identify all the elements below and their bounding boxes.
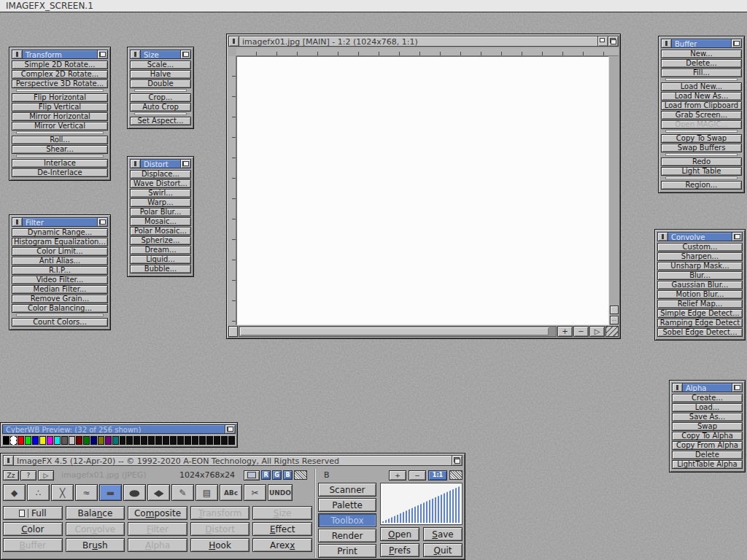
button-load[interactable]: Load...	[672, 403, 743, 412]
depth-icon[interactable]	[180, 160, 190, 168]
button-sharpen[interactable]: Sharpen...	[657, 252, 743, 261]
button-gaussian-blur[interactable]: Gaussian Blur...	[657, 281, 743, 289]
airbrush-tool[interactable]: ∴	[27, 484, 50, 501]
depth-icon[interactable]	[97, 218, 107, 226]
red-channel-button[interactable]: R	[261, 470, 271, 480]
convolve-panel[interactable]: Convolve Custom...Sharpen...Unsharp Mask…	[654, 229, 746, 341]
button-swirl[interactable]: Swirl...	[130, 189, 191, 198]
horizontal-scrollbar[interactable]	[239, 326, 557, 337]
color-swatch[interactable]	[214, 436, 220, 445]
mode-button-print[interactable]: Print	[318, 544, 376, 558]
close-icon[interactable]	[131, 160, 141, 168]
color-swatch[interactable]	[98, 436, 104, 445]
button-dynamic-range[interactable]: Dynamic Range...	[12, 228, 108, 237]
alpha-panel[interactable]: Alpha Create...Load...Save As...SwapCopy…	[669, 380, 746, 472]
scissors-tool[interactable]: ✂	[244, 484, 266, 501]
filter-panel[interactable]: Filter Dynamic Range...Histogram Equaliz…	[9, 214, 111, 330]
filter-titlebar[interactable]: Filter	[12, 217, 108, 227]
button-save-as[interactable]: Save As...	[672, 413, 743, 421]
color-swatch[interactable]	[206, 436, 213, 445]
zoom-out-button[interactable]: −	[573, 326, 589, 337]
grid-button-color[interactable]: Color	[3, 522, 63, 536]
color-swatch[interactable]	[148, 436, 155, 445]
box-tool[interactable]: ▬	[99, 484, 122, 501]
depth-icon[interactable]	[731, 39, 741, 47]
curve-tool[interactable]: ≈	[75, 484, 98, 501]
mode-button-palette[interactable]: Palette	[318, 498, 376, 512]
grid-button-composite[interactable]: Composite	[128, 506, 187, 520]
button-shear[interactable]: Shear...	[12, 145, 108, 154]
zoom-in-button[interactable]: +	[557, 326, 573, 337]
button-swap-buffers[interactable]: Swap Buffers	[661, 144, 742, 152]
options-dots-icon[interactable]: …	[610, 316, 619, 324]
close-icon[interactable]	[229, 36, 239, 46]
pattern-swatch[interactable]	[449, 470, 462, 480]
button-liquid[interactable]: Liquid...	[130, 255, 191, 264]
polygon-tool[interactable]: ◆	[147, 484, 170, 501]
button-sobel-edge-detect[interactable]: Sobel Edge Detect...	[657, 328, 743, 337]
pattern-swatch[interactable]	[294, 470, 307, 480]
grid-button-full[interactable]: Full	[3, 506, 63, 520]
color-swatch[interactable]	[61, 436, 68, 445]
color-swatch[interactable]	[126, 436, 133, 445]
color-swatch[interactable]	[83, 436, 90, 445]
size-panel[interactable]: Size Scale...HalveDoubleCrop...Auto Crop…	[127, 47, 194, 129]
button-load-from-clipboard[interactable]: Load from Clipboard	[661, 101, 742, 110]
close-icon[interactable]	[4, 456, 14, 465]
color-swatch[interactable]	[90, 436, 97, 445]
button-lighttable-alpha[interactable]: LightTable Alpha	[672, 460, 743, 469]
button-relief-map[interactable]: Relief Map...	[657, 300, 743, 308]
button-copy-to-swap[interactable]: Copy To Swap	[661, 134, 742, 143]
action-button-prefs[interactable]: Prefs	[380, 543, 419, 557]
buffer-titlebar[interactable]: Buffer	[661, 39, 742, 48]
color-swatch[interactable]	[10, 436, 17, 445]
button-delete[interactable]: Delete	[672, 451, 743, 459]
palette-titlebar[interactable]: CyberWB Preview: (32 of 256 shown)	[2, 424, 236, 434]
color-swatch[interactable]	[177, 436, 184, 445]
button-bubble[interactable]: Bubble...	[130, 265, 191, 273]
image-window-titlebar[interactable]: imagefx01.jpg [MAIN] - 1:2 (1024x768, 1:…	[228, 36, 619, 47]
button-warp[interactable]: Warp...	[130, 198, 191, 207]
depth-icon[interactable]	[608, 36, 618, 46]
depth-icon[interactable]	[732, 384, 742, 392]
zoom-ratio-button[interactable]: 1:1	[428, 470, 447, 481]
button-create[interactable]: Create...	[672, 394, 743, 402]
color-swatch[interactable]	[163, 436, 169, 445]
color-swatch[interactable]	[3, 436, 9, 445]
button-color-balancing[interactable]: Color Balancing...	[12, 304, 108, 313]
ellipse-tool[interactable]: ●	[123, 484, 146, 501]
button-auto-crop[interactable]: Auto Crop	[130, 103, 191, 112]
zoom-gadget-icon[interactable]	[597, 36, 608, 46]
color-swatch[interactable]	[25, 436, 31, 445]
transform-titlebar[interactable]: Transform	[12, 50, 108, 59]
button-flip-horizontal[interactable]: Flip Horizontal	[12, 93, 108, 102]
color-swatch[interactable]	[32, 436, 39, 445]
button-mirror-horizontal[interactable]: Mirror Horizontal	[12, 112, 108, 121]
button-set-aspect[interactable]: Set Aspect...	[130, 117, 191, 125]
color-swatch[interactable]	[105, 436, 112, 445]
button-crop[interactable]: Crop...	[130, 93, 191, 102]
button-mirror-vertical[interactable]: Mirror Vertical	[12, 122, 108, 131]
image-window[interactable]: imagefx01.jpg [MAIN] - 1:2 (1024x768, 1:…	[226, 34, 621, 339]
iconify-button[interactable]: Zz	[3, 470, 19, 481]
button-anti-alias[interactable]: Anti Alias...	[12, 257, 108, 265]
convolve-titlebar[interactable]: Convolve	[657, 232, 743, 241]
button-region[interactable]: Region...	[661, 181, 742, 190]
pointer-tool[interactable]: ◆	[3, 484, 26, 501]
buffer-panel[interactable]: Buffer New...Delete...Fill...Load New...…	[658, 36, 745, 193]
scrollbar-thumb[interactable]	[240, 327, 549, 335]
button-ramping-edge-detect[interactable]: Ramping Edge Detect	[657, 319, 743, 327]
alpha-titlebar[interactable]: Alpha	[672, 383, 743, 392]
blue-channel-button[interactable]: B	[283, 470, 293, 480]
color-swatch[interactable]	[112, 436, 119, 445]
freehand-tool[interactable]: ✎	[171, 484, 194, 501]
play-button[interactable]: ▷	[38, 470, 54, 481]
button-polar-mosaic[interactable]: Polar Mosaic...	[130, 227, 191, 236]
color-swatch[interactable]	[47, 436, 53, 445]
color-swatch[interactable]	[39, 436, 46, 445]
button-dream[interactable]: Dream...	[130, 246, 191, 254]
button-unsharp-mask[interactable]: Unsharp Mask...	[657, 262, 743, 271]
depth-icon[interactable]	[97, 50, 107, 58]
clipboard-tool[interactable]: ▤	[196, 484, 218, 501]
color-swatch[interactable]	[192, 436, 198, 445]
